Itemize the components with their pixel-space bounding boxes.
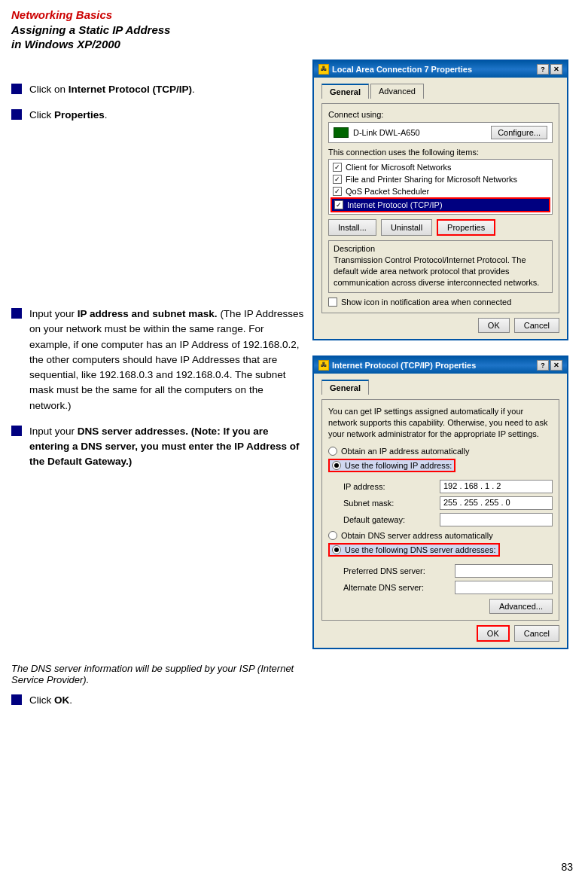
page-title: Networking Basics (11, 8, 577, 23)
radio-auto-ip-label: Obtain an IP address automatically (341, 447, 469, 456)
page-number: 83 (561, 861, 573, 873)
advanced-button[interactable]: Advanced... (489, 599, 553, 614)
checkbox-1[interactable] (333, 175, 342, 184)
dns-fields-grid: Preferred DNS server: Alternate DNS serv… (343, 564, 553, 594)
checklist-item-2[interactable]: QoS Packet Scheduler (331, 185, 550, 197)
connect-using-row: D-Link DWL-A650 Configure... (328, 122, 553, 143)
checklist-item-label-3: Internet Protocol (TCP/IP) (347, 200, 443, 209)
bullet-icon-1 (11, 84, 22, 94)
radio-use-ip-circle[interactable] (332, 461, 341, 470)
radio-dns-auto-label: Obtain DNS server address automatically (341, 531, 493, 540)
checklist-item-label-2: QoS Packet Scheduler (346, 187, 429, 196)
alternate-dns-label: Alternate DNS server: (343, 581, 449, 594)
show-icon-row: Show icon in notification area when conn… (328, 298, 553, 307)
show-icon-checkbox[interactable] (328, 298, 337, 307)
dialog2-cancel-btn[interactable]: Cancel (514, 625, 559, 642)
bullet-icon-ok (11, 694, 22, 705)
dialog2-help-btn[interactable]: ? (537, 360, 549, 371)
items-label: This connection uses the following items… (328, 148, 553, 157)
dialog2-titlebar: 🖧 Internet Protocol (TCP/IP) Properties … (314, 357, 567, 374)
dialog1-ok-btn[interactable]: OK (478, 318, 510, 333)
description-text: Transmission Control Protocol/Internet P… (334, 255, 547, 289)
tab-advanced[interactable]: Advanced (370, 84, 424, 99)
radio-auto-ip[interactable]: Obtain an IP address automatically (328, 447, 553, 456)
checkbox-0[interactable] (333, 163, 342, 172)
radio-auto-ip-circle[interactable] (328, 447, 337, 456)
checkbox-3[interactable] (334, 200, 343, 209)
dialog2-title: Internet Protocol (TCP/IP) Properties (332, 361, 476, 370)
bullet-text-1: Click on Internet Protocol (TCP/IP). (29, 82, 195, 97)
alternate-dns-input[interactable] (455, 581, 553, 594)
subnet-label: Subnet mask: (343, 496, 434, 510)
subnet-input[interactable]: 255 . 255 . 255 . 0 (440, 496, 553, 510)
footer-note: The DNS server information will be suppl… (11, 663, 305, 685)
bullet-item-1: Click on Internet Protocol (TCP/IP). (11, 82, 305, 97)
bullet-text-2: Click Properties. (29, 108, 108, 123)
ip-address-input[interactable]: 192 . 168 . 1 . 2 (440, 480, 553, 493)
description-label: Description (334, 244, 547, 253)
tab-general[interactable]: General (321, 84, 369, 99)
checklist-item-0[interactable]: Client for Microsoft Networks (331, 161, 550, 173)
radio-dns-auto[interactable]: Obtain DNS server address automatically (328, 531, 553, 540)
dialog1-cancel-btn[interactable]: Cancel (514, 318, 559, 333)
nic-name: D-Link DWL-A650 (353, 128, 420, 137)
bullet-icon-2 (11, 109, 22, 120)
gateway-label: Default gateway: (343, 513, 434, 526)
dialog-tcpip-properties: 🖧 Internet Protocol (TCP/IP) Properties … (312, 356, 568, 649)
bullet-text-ok: Click OK. (29, 693, 72, 708)
configure-button[interactable]: Configure... (491, 126, 547, 139)
dialog-lan-properties: 🖧 Local Area Connection 7 Properties ? ✕… (312, 60, 568, 340)
description-area: Description Transmission Control Protoco… (328, 240, 553, 293)
dialog2-icon: 🖧 (318, 360, 329, 371)
dialog1-close-btn[interactable]: ✕ (550, 64, 562, 75)
show-icon-label: Show icon in notification area when conn… (341, 298, 511, 307)
radio-use-ip-label: Use the following IP address: (345, 461, 452, 470)
uninstall-button[interactable]: Uninstall (381, 219, 432, 236)
bullet-icon-4 (11, 426, 22, 436)
bullet-item-4: Input your DNS server addresses. (Note: … (11, 424, 305, 470)
properties-button[interactable]: Properties (437, 219, 495, 236)
bullet-ok: Click OK. (11, 693, 305, 708)
checklist: Client for Microsoft Networks File and P… (328, 159, 553, 215)
nic-icon (334, 127, 349, 138)
checklist-item-1[interactable]: File and Printer Sharing for Microsoft N… (331, 173, 550, 185)
radio-dns-use-label: Use the following DNS server addresses: (345, 545, 496, 554)
checklist-item-label-1: File and Printer Sharing for Microsoft N… (346, 175, 517, 184)
dialog2-close-btn[interactable]: ✕ (550, 360, 562, 371)
gateway-input[interactable] (440, 513, 553, 526)
subtitle: Assigning a Static IP Address in Windows… (11, 23, 577, 52)
install-button[interactable]: Install... (328, 219, 376, 236)
bullet-text-4: Input your DNS server addresses. (Note: … (29, 424, 305, 470)
dialog1-icon: 🖧 (318, 64, 329, 75)
bullet-text-3: Input your IP address and subnet mask. (… (29, 307, 305, 413)
radio-dns-use[interactable]: Use the following DNS server addresses: (328, 543, 500, 557)
ip-address-label: IP address: (343, 480, 434, 493)
checkbox-2[interactable] (333, 187, 342, 196)
radio-dns-auto-circle[interactable] (328, 531, 337, 540)
preferred-dns-label: Preferred DNS server: (343, 564, 449, 578)
bullet-item-2: Click Properties. (11, 108, 305, 123)
checklist-item-label-0: Client for Microsoft Networks (346, 163, 452, 172)
dialog1-help-btn[interactable]: ? (537, 64, 549, 75)
radio-use-ip[interactable]: Use the following IP address: (328, 459, 455, 472)
dialog1-titlebar: 🖧 Local Area Connection 7 Properties ? ✕ (314, 61, 567, 78)
bullet-icon-3 (11, 308, 22, 319)
dialog2-intro: You can get IP settings assigned automat… (328, 406, 553, 441)
bullet-item-3: Input your IP address and subnet mask. (… (11, 307, 305, 413)
preferred-dns-input[interactable] (455, 564, 553, 578)
radio-dns-use-circle[interactable] (332, 545, 341, 554)
connect-using-label: Connect using: (328, 110, 553, 119)
dialog2-ok-btn[interactable]: OK (477, 625, 510, 642)
dialog1-title: Local Area Connection 7 Properties (332, 65, 472, 74)
checklist-item-3[interactable]: Internet Protocol (TCP/IP) (331, 197, 550, 212)
ip-fields-grid: IP address: 192 . 168 . 1 . 2 Subnet mas… (343, 480, 553, 526)
tab-general-2[interactable]: General (321, 380, 369, 395)
